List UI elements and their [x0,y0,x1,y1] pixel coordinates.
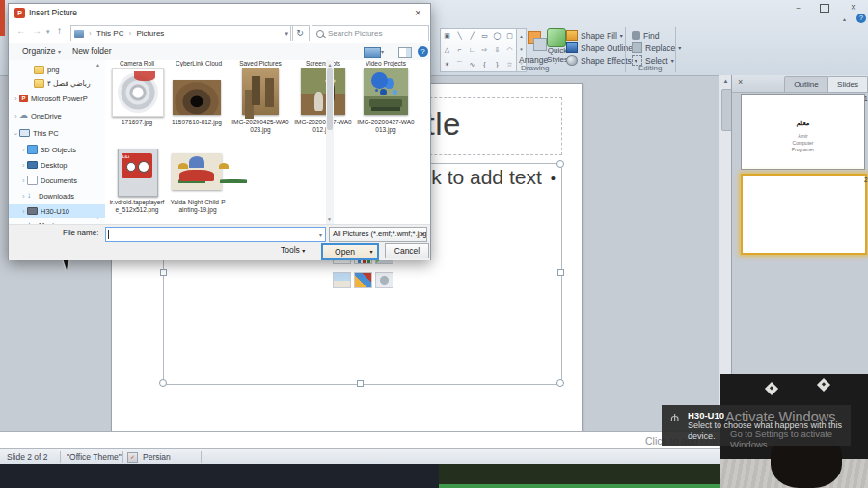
file-list-scroll-thumb[interactable] [327,68,333,130]
theme-name[interactable]: "Office Theme" [67,452,122,462]
wall-decor-diamond [765,382,778,395]
sidebar-item-desktop[interactable]: ›Desktop [9,158,115,172]
dialog-body: ▲ ▼ png رياضي فصل ۴ ›PMicrosoft PowerP ›… [9,60,430,224]
file-name[interactable]: IMG-20200427-WA0013.jpg [357,119,415,134]
refresh-button[interactable]: ↻ [290,25,310,41]
maximize-button[interactable] [820,4,829,13]
address-bar[interactable]: › This PC › Pictures ▾ [70,25,293,41]
file-name-dropdown-icon[interactable]: ▾ [319,231,322,238]
file-thumbnail-painting[interactable] [172,153,222,190]
dialog-close-icon[interactable]: × [415,7,420,18]
shape-outline-icon [566,42,578,53]
tools-button[interactable]: Tools ▾ [281,245,305,255]
open-split-dropdown-icon[interactable]: ▾ [366,243,379,260]
shape-fill-button[interactable]: Shape Fill▾ [566,29,623,41]
dialog-toolbar: Organize ▾ New folder ▾ ? [9,43,430,61]
file-name[interactable]: 171697.jpg [108,119,166,126]
sidebar-item-downloads[interactable]: ›↓Downloads [9,189,115,203]
slide2-number: 2 [864,176,868,183]
file-list-scroll-down-icon[interactable]: ▼ [327,216,332,222]
views-icon[interactable] [364,47,381,58]
text-caret [108,230,109,239]
search-box[interactable]: Search Pictures [312,25,429,41]
slide-thumbnail-1[interactable]: معلم Amir Computer Programer [741,94,865,170]
forward-icon[interactable]: → [32,25,41,36]
ribbon-divider [625,27,626,72]
shape-effects-icon [566,55,578,66]
file-type-dropdown-icon: ▾ [421,228,424,241]
shape-fill-icon [566,30,578,41]
file-name[interactable]: IMG-20200425-WA0023.jpg [231,119,289,134]
insert-media-icon[interactable] [375,272,393,288]
dialog-titlebar[interactable]: P Insert Picture × [9,4,430,22]
tab-slides[interactable]: Slides [827,76,868,92]
preview-pane-icon[interactable] [398,47,412,58]
up-icon[interactable]: ↑ [57,25,62,36]
insert-clipart-icon[interactable] [354,272,372,288]
resize-handle[interactable] [557,269,564,276]
file-name-input[interactable]: ▾ [105,227,326,242]
sidebar-item-documents[interactable]: ›Documents [9,174,115,187]
notes-pane[interactable]: Click to add notes [0,431,719,449]
recent-locations-icon[interactable]: ▾ [46,28,50,36]
minimize-button[interactable]: – [788,2,809,14]
file-thumbnail-girl[interactable] [301,68,345,115]
resize-handle[interactable] [160,269,167,276]
cancel-button[interactable]: Cancel [385,243,429,258]
slide-counter[interactable]: Slide 2 of 2 [7,452,48,462]
open-button[interactable]: Open [321,243,368,260]
slide-thumbnail-2[interactable] [741,174,867,255]
replace-button[interactable]: Replace▾ [632,41,681,54]
back-icon[interactable]: ← [16,25,26,36]
resize-handle[interactable] [556,160,564,168]
folder-camera-roll[interactable]: Camera Roll [109,60,165,67]
collapse-ribbon-icon[interactable]: ▴ [843,15,846,22]
folder-cyberlink-cloud[interactable]: CyberLink Cloud [171,60,227,67]
sidebar-item-h30-u10[interactable]: ›H30-U10 [9,204,115,218]
resize-handle[interactable] [556,379,564,387]
file-thumbnail-ruins[interactable] [242,68,279,115]
file-thumbnail-cd[interactable] [112,68,164,117]
toast-title: H30-U10 [688,410,724,420]
sidebar-item-this-pc[interactable]: ⌄This PC [9,126,107,140]
dialog-help-icon[interactable]: ? [418,46,428,57]
spellcheck-icon[interactable]: ✓ [127,452,138,463]
close-window-button[interactable]: × [843,2,864,14]
tab-outline[interactable]: Outline [784,76,828,92]
location-icon [74,30,84,38]
file-name[interactable]: 11597610-812.jpg [170,119,224,126]
sidebar-item-microsoft-powerpoint[interactable]: ›PMicrosoft PowerP [9,92,107,105]
views-dropdown-icon[interactable]: ▾ [381,48,384,55]
shape-outline-button[interactable]: Shape Outline▾ [566,41,638,54]
close-panel-icon[interactable]: × [738,77,743,87]
file-thumbnail-tunnel[interactable] [173,80,221,115]
file-thumbnail-cassette[interactable]: LiLi [118,149,158,197]
file-name[interactable]: Yalda-Night-Child-Painting-19.jpg [170,199,226,214]
file-name[interactable]: ir.vdroid.tapeplayerfe_512x512.png [108,199,166,214]
sidebar-item-3d-objects[interactable]: ›3D Objects [9,143,115,156]
find-button[interactable]: Find [632,29,660,41]
folder-video-projects[interactable]: Video Projects [358,60,414,67]
folder-screenshots[interactable]: Screenshots [295,60,351,67]
shape-effects-button[interactable]: Shape Effects▾ [566,54,637,67]
resize-handle[interactable] [357,380,364,387]
file-list-scrollbar[interactable]: ▲ ▼ [326,60,334,224]
slide1-title: معلم [742,120,864,127]
organize-button[interactable]: Organize ▾ [22,46,61,56]
shapes-gallery[interactable]: ▣╲╱▭◯▢ △⌐∟⇨⇩◠ ✶⌒∿{}☆ [440,28,517,72]
new-folder-button[interactable]: New folder [72,46,112,56]
language-indicator[interactable]: Persian [143,452,171,462]
file-thumbnail-balloons[interactable] [364,68,408,115]
help-icon[interactable]: ? [856,14,866,23]
address-dropdown-icon[interactable]: ▾ [285,30,288,38]
breadcrumb-pictures[interactable]: Pictures [136,29,164,38]
status-bar: Slide 2 of 2 "Office Theme" ✓ Persian [0,448,731,465]
sidebar-item-onedrive[interactable]: ›☁OneDrive [9,109,107,122]
resize-handle[interactable] [159,379,167,387]
file-type-select[interactable]: All Pictures (*.emf;*.wmf;*.jpg;*.j ▾ [329,227,427,242]
file-name[interactable]: IMG-20200427-WA0012.jpg [294,119,352,134]
insert-picture-icon[interactable] [333,272,351,288]
breadcrumb-this-pc[interactable]: This PC [96,29,123,38]
search-icon [316,30,324,38]
folder-saved-pictures[interactable]: Saved Pictures [232,60,288,67]
